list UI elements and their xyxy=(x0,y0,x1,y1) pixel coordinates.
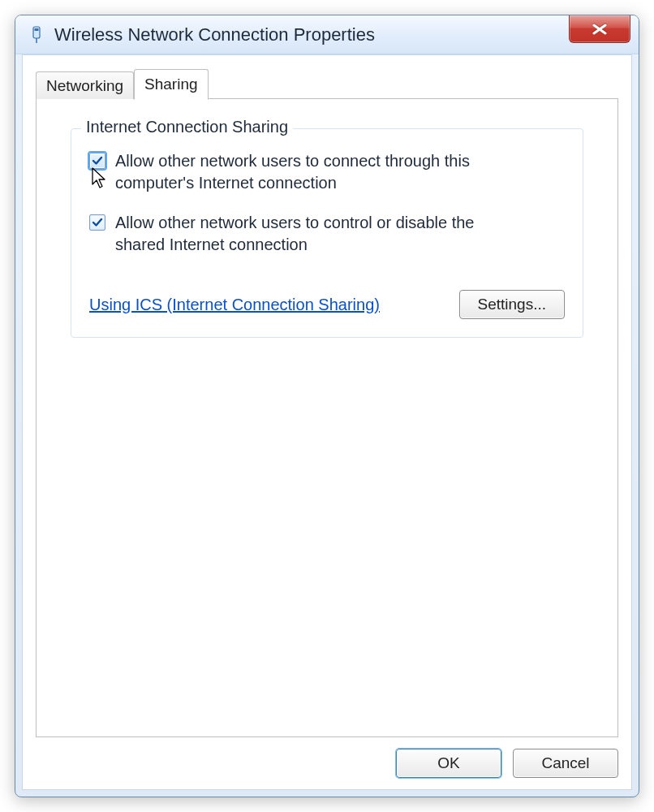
checkbox-allow-control-label: Allow other network users to control or … xyxy=(115,212,513,256)
tab-sharing[interactable]: Sharing xyxy=(134,69,209,100)
tab-strip: Networking Sharing xyxy=(36,68,618,99)
group-title: Internet Connection Sharing xyxy=(81,118,293,136)
client-area: Networking Sharing Internet Connection S… xyxy=(22,54,632,790)
network-adapter-icon xyxy=(27,25,46,45)
checkmark-icon xyxy=(92,217,103,228)
link-and-settings-row: Using ICS (Internet Connection Sharing) … xyxy=(89,290,565,319)
titlebar: Wireless Network Connection Properties xyxy=(15,15,639,54)
option-allow-control-row: Allow other network users to control or … xyxy=(89,212,565,256)
close-button[interactable] xyxy=(569,15,630,43)
window-title: Wireless Network Connection Properties xyxy=(54,24,375,45)
group-internet-connection-sharing: Internet Connection Sharing Allow other … xyxy=(71,128,583,338)
svg-rect-1 xyxy=(35,28,39,31)
checkbox-allow-control[interactable] xyxy=(89,214,105,231)
mouse-cursor-icon xyxy=(91,166,109,195)
checkbox-allow-connect-label: Allow other network users to connect thr… xyxy=(115,150,513,194)
help-link-ics[interactable]: Using ICS (Internet Connection Sharing) xyxy=(89,296,380,314)
ok-button[interactable]: OK xyxy=(396,749,501,778)
cancel-button[interactable]: Cancel xyxy=(513,749,618,778)
tab-panel-sharing: Internet Connection Sharing Allow other … xyxy=(36,99,618,737)
checkbox-allow-connect[interactable] xyxy=(89,153,105,169)
tab-label: Sharing xyxy=(144,76,198,93)
option-allow-connect-row: Allow other network users to connect thr… xyxy=(89,150,565,194)
checkmark-icon xyxy=(92,155,103,166)
tab-label: Networking xyxy=(46,77,123,95)
tab-networking[interactable]: Networking xyxy=(36,71,134,99)
close-icon xyxy=(591,24,609,35)
dialog-window: Wireless Network Connection Properties N… xyxy=(15,15,639,797)
dialog-footer: OK Cancel xyxy=(36,737,618,778)
settings-button[interactable]: Settings... xyxy=(459,290,566,319)
